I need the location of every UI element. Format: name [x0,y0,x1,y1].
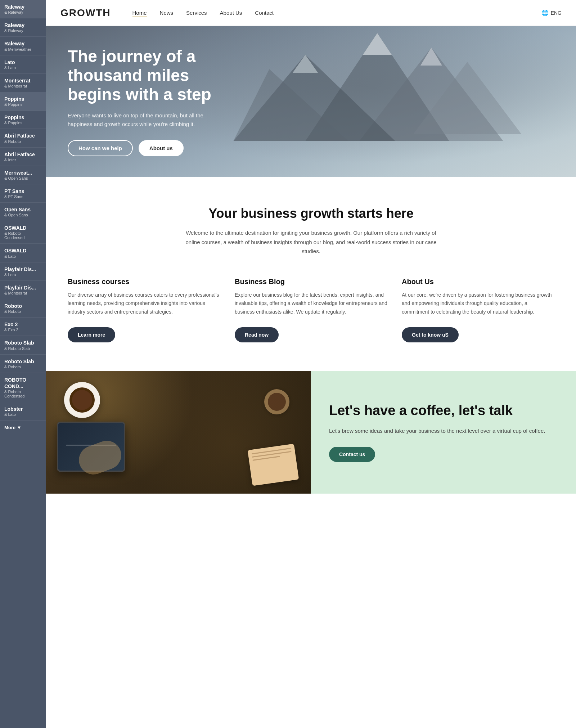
sidebar-item-11[interactable]: Open Sans & Open Sans [0,203,46,221]
sidebar-item-4[interactable]: Montserrat & Montserrat [0,74,46,92]
sidebar-item-14[interactable]: Playfair Dis... & Lora [0,262,46,281]
nav-item-contact[interactable]: Contact [255,10,274,16]
card-btn-2[interactable]: Get to know uS [402,327,459,342]
notebook-decoration [248,444,299,486]
sidebar-item-7[interactable]: Abril Fatface & Roboto [0,129,46,147]
sidebar-item-18[interactable]: Roboto Slab & Roboto Slab [0,336,46,354]
nav-link-news[interactable]: News [160,10,174,16]
nav-link-about-us[interactable]: About Us [220,10,242,16]
sidebar-item-15[interactable]: Playfair Dis... & Montserrat [0,281,46,299]
coffee-text: Let's brew some ideas and take your busi… [329,426,558,436]
sidebar-font-name-19: Roboto Slab [4,358,42,365]
sidebar-item-13[interactable]: OSWALD & Lato [0,244,46,262]
sidebar-font-name-8: Abril Fatface [4,151,42,158]
svg-marker-5 [363,33,392,55]
sidebar-font-name-14: Playfair Dis... [4,266,42,273]
sidebar-font-name-12: OSWALD [4,225,42,231]
sidebar-font-sub-9: & Open Sans [4,176,42,180]
sidebar-font-name-2: Raleway [4,40,42,47]
sidebar-item-16[interactable]: Roboto & Roboto [0,299,46,318]
contact-us-button[interactable]: Contact us [329,447,375,462]
sidebar-font-sub-16: & Roboto [4,309,42,314]
sidebar-font-sub-4: & Montserrat [4,84,42,88]
coffee-title: Let's have a coffee, let's talk [329,403,558,419]
sidebar-more-button[interactable]: More ▼ [0,421,46,435]
sidebar-item-17[interactable]: Exo 2 & Exo 2 [0,318,46,336]
hero-buttons: How can we help About us [68,140,233,156]
sidebar-font-name-20: ROBOTO COND... [4,377,42,390]
card-text-0: Our diverse array of business courses ca… [68,291,220,316]
sidebar-font-sub-2: & Merriweather [4,47,42,51]
nav-link-home[interactable]: Home [132,10,147,17]
sidebar-item-8[interactable]: Abril Fatface & Inter [0,148,46,166]
card-title-1: Business Blog [235,278,387,286]
sidebar-font-sub-19: & Roboto [4,365,42,369]
business-title: Your business growth starts here [68,206,554,221]
nav-link-services[interactable]: Services [186,10,207,16]
sidebar-font-sub-1: & Raleway [4,28,42,33]
sidebar-font-name-17: Exo 2 [4,321,42,328]
sidebar-font-sub-6: & Poppins [4,121,42,125]
sidebar: Raleway & Raleway Raleway & Raleway Rale… [0,0,46,728]
hero-title: The journey of a thousand miles begins w… [68,47,233,104]
coffee-right-panel: Let's have a coffee, let's talk Let's br… [311,371,576,494]
business-section: Your business growth starts here Welcome… [46,177,576,371]
sidebar-font-name-10: PT Sans [4,188,42,194]
business-card-2: About Us At our core, we're driven by a … [402,278,554,342]
hero-content: The journey of a thousand miles begins w… [46,47,255,156]
sidebar-item-2[interactable]: Raleway & Merriweather [0,37,46,55]
sidebar-font-sub-10: & PT Sans [4,194,42,199]
sidebar-item-5[interactable]: Poppins & Poppins [0,92,46,111]
sidebar-item-19[interactable]: Roboto Slab & Roboto [0,355,46,373]
sidebar-item-12[interactable]: OSWALD & Roboto Condensed [0,221,46,244]
nav-link-contact[interactable]: Contact [255,10,274,16]
how-can-we-help-button[interactable]: How can we help [68,140,133,156]
sidebar-font-sub-12: & Roboto Condensed [4,231,42,240]
coffee-cup2-decoration [264,389,289,414]
nav-item-news[interactable]: News [160,10,174,16]
sidebar-font-name-5: Poppins [4,96,42,102]
sidebar-font-sub-0: & Raleway [4,10,42,14]
about-us-hero-button[interactable]: About us [139,140,184,156]
site-logo[interactable]: GROWTH [60,7,111,19]
sidebar-font-name-3: Lato [4,59,42,66]
sidebar-item-0[interactable]: Raleway & Raleway [0,0,46,18]
sidebar-font-sub-8: & Inter [4,158,42,162]
sidebar-item-20[interactable]: ROBOTO COND... & Roboto Condensed [0,373,46,402]
sidebar-item-9[interactable]: Merriweat... & Open Sans [0,166,46,184]
sidebar-font-sub-21: & Lato [4,412,42,417]
nav-item-home[interactable]: Home [132,10,147,16]
card-title-2: About Us [402,278,554,286]
sidebar-font-sub-18: & Roboto Slab [4,346,42,351]
sidebar-item-10[interactable]: PT Sans & PT Sans [0,184,46,203]
coffee-image-inner [46,371,311,494]
navbar: GROWTH HomeNewsServicesAbout UsContact 🌐… [46,0,576,26]
sidebar-font-name-15: Playfair Dis... [4,284,42,291]
card-text-1: Explore our business blog for the latest… [235,291,387,316]
sidebar-item-1[interactable]: Raleway & Raleway [0,18,46,37]
sidebar-font-name-16: Roboto [4,303,42,309]
sidebar-item-3[interactable]: Lato & Lato [0,55,46,74]
sidebar-font-sub-13: & Lato [4,254,42,259]
business-intro: Welcome to the ultimate destination for … [181,228,441,256]
card-btn-0[interactable]: Learn more [68,327,115,342]
language-selector[interactable]: 🌐 ENG [541,9,562,16]
sidebar-font-name-21: Lobster [4,406,42,412]
card-title-0: Business courses [68,278,220,286]
coffee-image [46,371,311,494]
card-text-2: At our core, we're driven by a passion f… [402,291,554,316]
nav-item-about-us[interactable]: About Us [220,10,242,16]
sidebar-item-21[interactable]: Lobster & Lato [0,402,46,421]
hero-section: The journey of a thousand miles begins w… [46,26,576,177]
coffee-section: Let's have a coffee, let's talk Let's br… [46,371,576,494]
hero-subtitle: Everyone wants to live on top of the mou… [68,111,219,129]
sidebar-font-sub-7: & Roboto [4,139,42,144]
card-btn-1[interactable]: Read now [235,327,279,342]
sidebar-font-name-6: Poppins [4,114,42,121]
sidebar-font-name-7: Abril Fatface [4,132,42,139]
more-label: More ▼ [4,425,22,430]
sidebar-font-name-11: Open Sans [4,206,42,213]
nav-item-services[interactable]: Services [186,10,207,16]
sidebar-font-name-0: Raleway [4,4,42,10]
sidebar-item-6[interactable]: Poppins & Poppins [0,111,46,129]
